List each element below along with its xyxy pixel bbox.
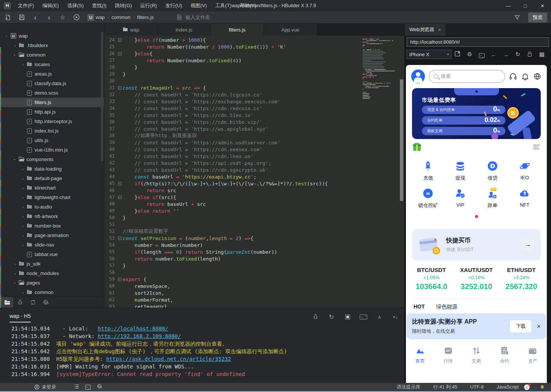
code-line-30[interactable]: 30: [104, 77, 404, 84]
close-button[interactable]: ✕: [534, 0, 551, 11]
code-line-50[interactable]: 50}: [104, 214, 404, 221]
back-icon[interactable]: ‹: [30, 13, 41, 22]
statusbar-item[interactable]: JavaScript: [497, 384, 519, 390]
quick-buy-card[interactable]: 快捷买币 快速 买USDT →: [412, 229, 541, 261]
line-number[interactable]: 27: [104, 58, 117, 63]
statusbar-item[interactable]: UTF-8: [470, 384, 483, 390]
code-line-29[interactable]: 29}: [104, 71, 404, 77]
menu-运行[interactable]: 运行(R): [136, 0, 161, 11]
fold-column[interactable]: –: [117, 182, 123, 185]
fold-column[interactable]: –: [117, 38, 123, 42]
code-line-63[interactable]: 63 retImageUrl,: [104, 303, 404, 308]
fold-column[interactable]: –: [117, 196, 123, 199]
code-line-53[interactable]: 53–const setPrecision = (number,length =…: [104, 235, 404, 242]
line-number[interactable]: 50: [104, 215, 117, 220]
console-debug-icon[interactable]: [312, 313, 319, 320]
browser-tab[interactable]: Web浏览器 ×: [405, 24, 445, 36]
line-number[interactable]: 54: [104, 242, 117, 248]
terminal-icon[interactable]: >_: [85, 385, 91, 390]
line-number[interactable]: 30: [104, 78, 117, 84]
tree-item-node_modules[interactable]: ›node_modules: [0, 269, 104, 278]
fold-column[interactable]: –: [117, 278, 123, 281]
minimize-button[interactable]: —: [500, 0, 517, 11]
code-line-62[interactable]: 62 numberFormat,: [104, 296, 404, 303]
grid-item-锁仓挖矿[interactable]: ∞锁仓挖矿: [412, 188, 444, 209]
line-number[interactable]: 35: [104, 112, 117, 118]
browser-forward-icon[interactable]: →: [500, 51, 512, 58]
line-number[interactable]: 59: [104, 277, 117, 282]
code-line-58[interactable]: 58: [104, 269, 404, 276]
line-number[interactable]: 25: [104, 44, 117, 49]
menu-文件[interactable]: 文件(F): [14, 0, 38, 11]
tabbar-item-资产[interactable]: 资产: [519, 346, 547, 364]
line-number[interactable]: 28: [104, 65, 117, 70]
line-number[interactable]: 49: [104, 208, 117, 213]
grid-item-跟单[interactable]: 30%跟单: [477, 188, 509, 209]
menu-发行[interactable]: 发行(U): [161, 0, 186, 11]
code-line-26[interactable]: 26– }else{: [104, 50, 404, 57]
tree-item-slide-nav[interactable]: ›slide-nav: [0, 240, 104, 250]
line-number[interactable]: 34: [104, 106, 117, 111]
fold-minus-icon[interactable]: –: [118, 196, 122, 199]
code-line-39[interactable]: 39 // const baseUrl = 'https://admin.usd…: [104, 139, 404, 146]
ticker-XAUT/USDT[interactable]: XAUT/USDT+0.16%3252.010: [454, 267, 499, 291]
line-number[interactable]: 53: [104, 236, 117, 241]
update-icon[interactable]: ↓: [524, 384, 530, 390]
grid-item-IEO[interactable]: IEO: [508, 160, 541, 182]
code-line-56[interactable]: 56 return number.toFixed(length): [104, 255, 404, 262]
code-line-51[interactable]: 51: [104, 221, 404, 228]
gift-icon[interactable]: [413, 143, 421, 151]
chevron-expanded-icon[interactable]: ›: [13, 52, 17, 58]
tree-item-wap[interactable]: ›Uwap: [0, 31, 104, 41]
editor-scrollbar[interactable]: [400, 79, 403, 201]
line-number[interactable]: 43: [104, 167, 117, 172]
fold-minus-icon[interactable]: –: [118, 38, 122, 42]
tree-item-utils.js[interactable]: Jutils.js: [0, 136, 104, 145]
tree-item-pages[interactable]: ›pages: [0, 278, 104, 288]
chevron-collapsed-icon[interactable]: ›: [20, 167, 26, 171]
console-collapse-icon[interactable]: ∧: [376, 313, 383, 320]
fee-rate-banner[interactable]: 市场最低费率 现货 & 合约挂单0%合约吃单0.02%期权交易0% B: [412, 88, 541, 139]
chevron-collapsed-icon[interactable]: ›: [20, 186, 26, 190]
chevron-collapsed-icon[interactable]: ›: [20, 62, 26, 67]
code-line-43[interactable]: 43 // const baseUrl = 'https://cdn.sgxcr…: [104, 166, 404, 173]
notifications-bell-icon[interactable]: [521, 72, 529, 81]
code-line-31[interactable]: 31–const retImageUrl = src => {: [104, 84, 404, 91]
console-restart-icon[interactable]: ↻: [328, 313, 335, 320]
tree-item-http.api.js[interactable]: Jhttp.api.js: [0, 107, 104, 117]
tree-item-areas.js[interactable]: Jareas.js: [0, 69, 104, 79]
line-number[interactable]: 61: [104, 290, 117, 296]
code-line-60[interactable]: 60 removeSpace,: [104, 283, 404, 289]
code-line-46[interactable]: 46 return src: [104, 187, 404, 194]
file-search[interactable]: 输入文件名: [177, 14, 509, 21]
line-number[interactable]: 58: [104, 270, 117, 275]
ticker-ETH/USDT[interactable]: ETH/USDT+3.24%2567.320: [499, 267, 544, 291]
code-line-42[interactable]: 42 // const baseUrl = 'https://api.usdt-…: [104, 160, 404, 166]
code-line-57[interactable]: 57}: [104, 262, 404, 269]
fold-column[interactable]: –: [117, 52, 123, 55]
grid-item-充值[interactable]: 充值: [412, 160, 444, 182]
app-search-input[interactable]: 搜索: [429, 70, 505, 83]
maximize-button[interactable]: □: [517, 0, 534, 11]
grid-item-提现[interactable]: 提现: [444, 160, 477, 182]
qr-grid-icon[interactable]: ▦: [536, 51, 548, 58]
tree-item-tabbar.vue[interactable]: Vtabbar.vue: [0, 250, 104, 259]
console-stop-icon[interactable]: [344, 313, 351, 320]
code-line-32[interactable]: 32 // const baseUrl = 'https://cdn.lcgco…: [104, 91, 404, 98]
line-number[interactable]: 56: [104, 256, 117, 261]
web-view-icon[interactable]: [40, 297, 52, 307]
line-number[interactable]: 24: [104, 37, 117, 43]
chevron-expanded-icon[interactable]: ›: [13, 280, 17, 286]
chevron-collapsed-icon[interactable]: ›: [20, 290, 26, 295]
fold-column[interactable]: –: [117, 86, 123, 90]
device-select[interactable]: iPhone X ▾: [407, 50, 452, 59]
statusbar-item[interactable]: 行:41 列:45: [433, 384, 457, 390]
tree-item-filters.js[interactable]: Jfilters.js: [0, 98, 104, 107]
save-icon[interactable]: [16, 13, 27, 22]
code-line-24[interactable]: 24– }else if(number > 1000){: [104, 36, 404, 43]
editor-tab-filters.js[interactable]: filters.js: [211, 24, 264, 36]
code-line-25[interactable]: 25 return Number((number / 1000).toFixed…: [104, 43, 404, 50]
code-line-35[interactable]: 35 // const baseUrl = 'https://cdn.51ex.…: [104, 112, 404, 119]
fold-minus-icon[interactable]: –: [118, 278, 122, 281]
login-status[interactable]: 未登录: [42, 384, 56, 390]
